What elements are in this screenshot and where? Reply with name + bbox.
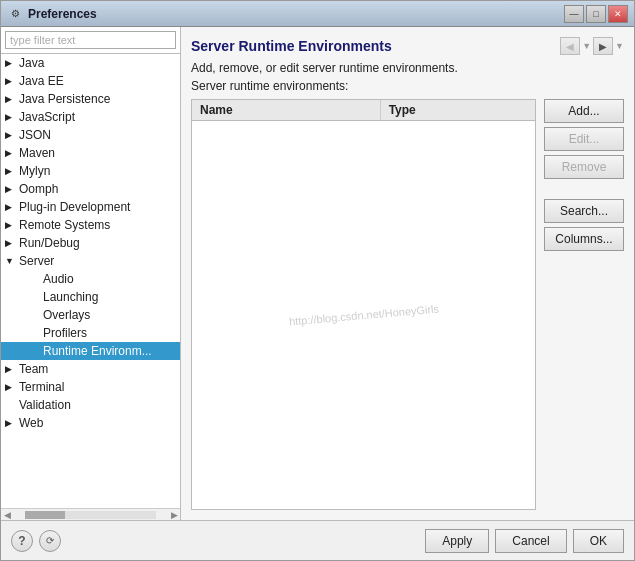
filter-box [1,27,180,54]
table-area: Name Type http://blog.csdn.net/HoneyGirl… [191,99,624,510]
header-type: Type [381,100,535,120]
tree-arrow-remote-systems: ▶ [5,220,19,230]
tree-item-remote-systems[interactable]: ▶Remote Systems [1,216,180,234]
nav-arrows: ◀ ▼ ▶ ▼ [560,37,624,55]
tree-item-terminal[interactable]: ▶Terminal [1,378,180,396]
right-description: Add, remove, or edit server runtime envi… [191,61,624,75]
scrollbar-track [25,511,156,519]
tree-arrow-web: ▶ [5,418,19,428]
tree-label-maven: Maven [19,146,55,160]
tree-item-mylyn[interactable]: ▶Mylyn [1,162,180,180]
tree-label-java-ee: Java EE [19,74,64,88]
tree-label-plugin-dev: Plug-in Development [19,200,130,214]
right-header: Server Runtime Environments ◀ ▼ ▶ ▼ [191,37,624,55]
tree-item-java-persistence[interactable]: ▶Java Persistence [1,90,180,108]
tree-item-validation[interactable]: Validation [1,396,180,414]
tree-label-java: Java [19,56,44,70]
tree-arrow-mylyn: ▶ [5,166,19,176]
tree-arrow-terminal: ▶ [5,382,19,392]
tree-item-maven[interactable]: ▶Maven [1,144,180,162]
tree-item-team[interactable]: ▶Team [1,360,180,378]
cancel-button[interactable]: Cancel [495,529,566,553]
tree-label-java-persistence: Java Persistence [19,92,110,106]
tree-arrow-run-debug: ▶ [5,238,19,248]
tree-label-web: Web [19,416,43,430]
close-button[interactable]: ✕ [608,5,628,23]
right-title: Server Runtime Environments [191,38,392,54]
tree-item-javascript[interactable]: ▶JavaScript [1,108,180,126]
defaults-button[interactable]: ⟳ [39,530,61,552]
edit-button[interactable]: Edit... [544,127,624,151]
tree-label-remote-systems: Remote Systems [19,218,110,232]
tree-label-run-debug: Run/Debug [19,236,80,250]
table-header: Name Type [192,100,535,121]
tree-arrow-oomph: ▶ [5,184,19,194]
table-body[interactable]: http://blog.csdn.net/HoneyGirls [192,121,535,509]
add-button[interactable]: Add... [544,99,624,123]
tree-item-server-overlays[interactable]: Overlays [1,306,180,324]
window-title: Preferences [28,7,564,21]
tree-label-server-launching: Launching [43,290,98,304]
watermark: http://blog.csdn.net/HoneyGirls [288,302,439,327]
tree-label-server-overlays: Overlays [43,308,90,322]
tree-label-validation: Validation [19,398,71,412]
tree-item-json[interactable]: ▶JSON [1,126,180,144]
title-bar-buttons: — □ ✕ [564,5,628,23]
tree-arrow-team: ▶ [5,364,19,374]
tree-item-java-ee[interactable]: ▶Java EE [1,72,180,90]
tree-arrow-json: ▶ [5,130,19,140]
tree-item-java[interactable]: ▶Java [1,54,180,72]
nav-separator: ▼ [582,41,591,51]
tree-label-server: Server [19,254,54,268]
tree-label-terminal: Terminal [19,380,64,394]
tree-item-server-runtime[interactable]: Runtime Environm... [1,342,180,360]
ok-button[interactable]: OK [573,529,624,553]
remove-button[interactable]: Remove [544,155,624,179]
horizontal-scrollbar[interactable]: ◀ ▶ [1,508,180,520]
preferences-window: ⚙ Preferences — □ ✕ ▶Java▶Java EE▶Java P… [0,0,635,561]
bottom-left: ? ⟳ [11,530,61,552]
tree-arrow-server: ▼ [5,256,19,266]
table-container: Name Type http://blog.csdn.net/HoneyGirl… [191,99,536,510]
tree-arrow-java: ▶ [5,58,19,68]
tree-area[interactable]: ▶Java▶Java EE▶Java Persistence▶JavaScrip… [1,54,180,508]
help-button[interactable]: ? [11,530,33,552]
columns-button[interactable]: Columns... [544,227,624,251]
bottom-right: Apply Cancel OK [425,529,624,553]
tree-item-server-profilers[interactable]: Profilers [1,324,180,342]
data-table: Name Type http://blog.csdn.net/HoneyGirl… [191,99,536,510]
apply-button[interactable]: Apply [425,529,489,553]
tree-item-server-launching[interactable]: Launching [1,288,180,306]
tree-arrow-plugin-dev: ▶ [5,202,19,212]
scrollbar-thumb[interactable] [25,511,65,519]
back-button[interactable]: ◀ [560,37,580,55]
right-sub-label: Server runtime environments: [191,79,624,93]
tree-item-plugin-dev[interactable]: ▶Plug-in Development [1,198,180,216]
tree-label-json: JSON [19,128,51,142]
right-panel: Server Runtime Environments ◀ ▼ ▶ ▼ Add,… [181,27,634,520]
tree-label-team: Team [19,362,48,376]
minimize-button[interactable]: — [564,5,584,23]
tree-arrow-java-ee: ▶ [5,76,19,86]
side-buttons: Add... Edit... Remove Search... Columns.… [544,99,624,510]
search-button[interactable]: Search... [544,199,624,223]
window-icon: ⚙ [7,6,23,22]
tree-item-run-debug[interactable]: ▶Run/Debug [1,234,180,252]
filter-input[interactable] [5,31,176,49]
title-bar: ⚙ Preferences — □ ✕ [1,1,634,27]
tree-item-oomph[interactable]: ▶Oomph [1,180,180,198]
maximize-button[interactable]: □ [586,5,606,23]
tree-label-server-runtime: Runtime Environm... [43,344,152,358]
tree-label-mylyn: Mylyn [19,164,50,178]
tree-item-server-audio[interactable]: Audio [1,270,180,288]
bottom-bar: ? ⟳ Apply Cancel OK [1,520,634,560]
tree-arrow-maven: ▶ [5,148,19,158]
header-name: Name [192,100,381,120]
tree-item-server[interactable]: ▼Server [1,252,180,270]
tree-item-web[interactable]: ▶Web [1,414,180,432]
forward-button[interactable]: ▶ [593,37,613,55]
tree-label-oomph: Oomph [19,182,58,196]
tree-label-server-audio: Audio [43,272,74,286]
tree-label-server-profilers: Profilers [43,326,87,340]
tree-label-javascript: JavaScript [19,110,75,124]
